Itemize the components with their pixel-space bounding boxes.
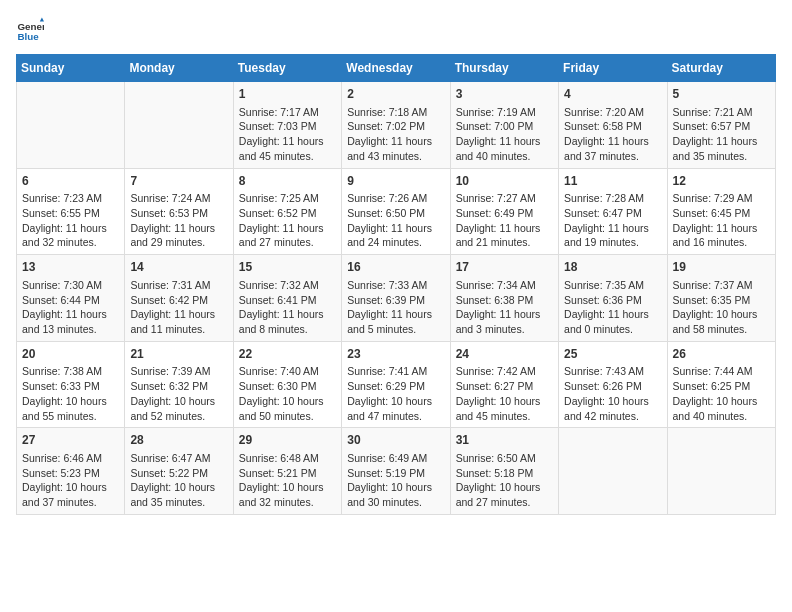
- sunset: Sunset: 6:35 PM: [673, 294, 751, 306]
- sunset: Sunset: 6:30 PM: [239, 380, 317, 392]
- calendar-cell: 16Sunrise: 7:33 AMSunset: 6:39 PMDayligh…: [342, 255, 450, 342]
- calendar-cell: 14Sunrise: 7:31 AMSunset: 6:42 PMDayligh…: [125, 255, 233, 342]
- daylight: Daylight: 10 hours and 58 minutes.: [673, 308, 758, 335]
- calendar-cell: 7Sunrise: 7:24 AMSunset: 6:53 PMDaylight…: [125, 168, 233, 255]
- sunset: Sunset: 6:44 PM: [22, 294, 100, 306]
- sunset: Sunset: 6:57 PM: [673, 120, 751, 132]
- calendar-week-1: 1Sunrise: 7:17 AMSunset: 7:03 PMDaylight…: [17, 82, 776, 169]
- day-number: 16: [347, 259, 444, 276]
- daylight: Daylight: 11 hours and 0 minutes.: [564, 308, 649, 335]
- day-number: 1: [239, 86, 336, 103]
- sunset: Sunset: 6:39 PM: [347, 294, 425, 306]
- logo-icon: General Blue: [16, 16, 44, 44]
- sunrise: Sunrise: 6:47 AM: [130, 452, 210, 464]
- calendar-cell: 31Sunrise: 6:50 AMSunset: 5:18 PMDayligh…: [450, 428, 558, 515]
- sunset: Sunset: 6:47 PM: [564, 207, 642, 219]
- day-number: 27: [22, 432, 119, 449]
- sunset: Sunset: 6:58 PM: [564, 120, 642, 132]
- sunrise: Sunrise: 7:41 AM: [347, 365, 427, 377]
- sunset: Sunset: 6:50 PM: [347, 207, 425, 219]
- daylight: Daylight: 10 hours and 32 minutes.: [239, 481, 324, 508]
- daylight: Daylight: 10 hours and 35 minutes.: [130, 481, 215, 508]
- day-number: 28: [130, 432, 227, 449]
- daylight: Daylight: 11 hours and 21 minutes.: [456, 222, 541, 249]
- day-header-saturday: Saturday: [667, 55, 775, 82]
- sunrise: Sunrise: 7:37 AM: [673, 279, 753, 291]
- day-header-tuesday: Tuesday: [233, 55, 341, 82]
- daylight: Daylight: 11 hours and 24 minutes.: [347, 222, 432, 249]
- sunrise: Sunrise: 7:40 AM: [239, 365, 319, 377]
- sunset: Sunset: 5:22 PM: [130, 467, 208, 479]
- calendar-cell: 12Sunrise: 7:29 AMSunset: 6:45 PMDayligh…: [667, 168, 775, 255]
- calendar-cell: [559, 428, 667, 515]
- day-number: 29: [239, 432, 336, 449]
- day-number: 21: [130, 346, 227, 363]
- calendar-cell: 1Sunrise: 7:17 AMSunset: 7:03 PMDaylight…: [233, 82, 341, 169]
- sunrise: Sunrise: 7:42 AM: [456, 365, 536, 377]
- sunset: Sunset: 6:55 PM: [22, 207, 100, 219]
- daylight: Daylight: 10 hours and 55 minutes.: [22, 395, 107, 422]
- day-number: 31: [456, 432, 553, 449]
- day-number: 11: [564, 173, 661, 190]
- day-number: 23: [347, 346, 444, 363]
- sunrise: Sunrise: 6:48 AM: [239, 452, 319, 464]
- calendar-cell: 21Sunrise: 7:39 AMSunset: 6:32 PMDayligh…: [125, 341, 233, 428]
- sunset: Sunset: 5:23 PM: [22, 467, 100, 479]
- sunset: Sunset: 6:45 PM: [673, 207, 751, 219]
- day-number: 2: [347, 86, 444, 103]
- sunrise: Sunrise: 7:21 AM: [673, 106, 753, 118]
- sunset: Sunset: 6:38 PM: [456, 294, 534, 306]
- calendar-table: SundayMondayTuesdayWednesdayThursdayFrid…: [16, 54, 776, 515]
- calendar-cell: 17Sunrise: 7:34 AMSunset: 6:38 PMDayligh…: [450, 255, 558, 342]
- calendar-cell: 6Sunrise: 7:23 AMSunset: 6:55 PMDaylight…: [17, 168, 125, 255]
- day-number: 3: [456, 86, 553, 103]
- day-number: 20: [22, 346, 119, 363]
- daylight: Daylight: 10 hours and 27 minutes.: [456, 481, 541, 508]
- sunrise: Sunrise: 7:34 AM: [456, 279, 536, 291]
- day-number: 10: [456, 173, 553, 190]
- calendar-week-4: 20Sunrise: 7:38 AMSunset: 6:33 PMDayligh…: [17, 341, 776, 428]
- day-header-friday: Friday: [559, 55, 667, 82]
- calendar-cell: 22Sunrise: 7:40 AMSunset: 6:30 PMDayligh…: [233, 341, 341, 428]
- sunrise: Sunrise: 7:38 AM: [22, 365, 102, 377]
- page-header: General Blue: [16, 16, 776, 44]
- sunset: Sunset: 6:26 PM: [564, 380, 642, 392]
- calendar-cell: 4Sunrise: 7:20 AMSunset: 6:58 PMDaylight…: [559, 82, 667, 169]
- sunrise: Sunrise: 7:43 AM: [564, 365, 644, 377]
- sunset: Sunset: 7:00 PM: [456, 120, 534, 132]
- daylight: Daylight: 10 hours and 52 minutes.: [130, 395, 215, 422]
- sunset: Sunset: 6:53 PM: [130, 207, 208, 219]
- sunset: Sunset: 6:52 PM: [239, 207, 317, 219]
- sunrise: Sunrise: 6:46 AM: [22, 452, 102, 464]
- sunrise: Sunrise: 6:49 AM: [347, 452, 427, 464]
- calendar-cell: 10Sunrise: 7:27 AMSunset: 6:49 PMDayligh…: [450, 168, 558, 255]
- sunset: Sunset: 7:02 PM: [347, 120, 425, 132]
- day-number: 19: [673, 259, 770, 276]
- sunset: Sunset: 6:29 PM: [347, 380, 425, 392]
- calendar-cell: 5Sunrise: 7:21 AMSunset: 6:57 PMDaylight…: [667, 82, 775, 169]
- daylight: Daylight: 10 hours and 42 minutes.: [564, 395, 649, 422]
- daylight: Daylight: 11 hours and 3 minutes.: [456, 308, 541, 335]
- calendar-cell: 15Sunrise: 7:32 AMSunset: 6:41 PMDayligh…: [233, 255, 341, 342]
- daylight: Daylight: 10 hours and 37 minutes.: [22, 481, 107, 508]
- day-header-sunday: Sunday: [17, 55, 125, 82]
- sunrise: Sunrise: 7:32 AM: [239, 279, 319, 291]
- day-number: 13: [22, 259, 119, 276]
- sunset: Sunset: 6:49 PM: [456, 207, 534, 219]
- sunset: Sunset: 6:42 PM: [130, 294, 208, 306]
- day-header-wednesday: Wednesday: [342, 55, 450, 82]
- calendar-cell: 24Sunrise: 7:42 AMSunset: 6:27 PMDayligh…: [450, 341, 558, 428]
- calendar-cell: 25Sunrise: 7:43 AMSunset: 6:26 PMDayligh…: [559, 341, 667, 428]
- calendar-cell: 23Sunrise: 7:41 AMSunset: 6:29 PMDayligh…: [342, 341, 450, 428]
- day-number: 7: [130, 173, 227, 190]
- day-header-thursday: Thursday: [450, 55, 558, 82]
- sunrise: Sunrise: 7:17 AM: [239, 106, 319, 118]
- day-number: 30: [347, 432, 444, 449]
- daylight: Daylight: 10 hours and 30 minutes.: [347, 481, 432, 508]
- sunrise: Sunrise: 7:26 AM: [347, 192, 427, 204]
- daylight: Daylight: 11 hours and 13 minutes.: [22, 308, 107, 335]
- daylight: Daylight: 11 hours and 43 minutes.: [347, 135, 432, 162]
- sunset: Sunset: 7:03 PM: [239, 120, 317, 132]
- day-number: 15: [239, 259, 336, 276]
- calendar-cell: 19Sunrise: 7:37 AMSunset: 6:35 PMDayligh…: [667, 255, 775, 342]
